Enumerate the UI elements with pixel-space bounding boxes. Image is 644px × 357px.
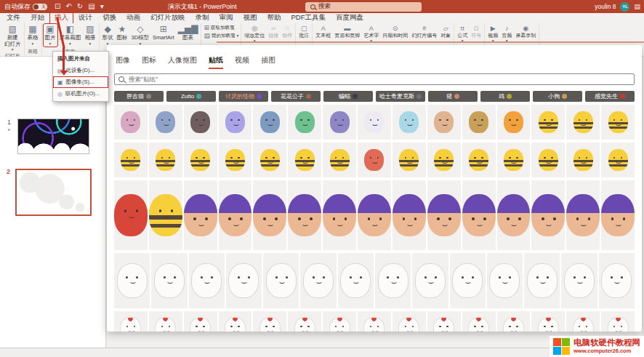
ribbon-button-页眉和页脚[interactable]: ▬页眉和页脚 xyxy=(333,24,361,39)
purple-monster-smiling-sticker[interactable] xyxy=(219,180,252,250)
dialog-tab-图标[interactable]: 图标 xyxy=(142,55,156,69)
ribbon-button-视频[interactable]: ▶视频▾ xyxy=(486,24,499,44)
ribbon-button-音频[interactable]: ♪音频▾ xyxy=(500,24,513,44)
dialog-tab-人像抠图[interactable]: 人像抠图 xyxy=(168,55,197,69)
bee-laughing-sticker[interactable] xyxy=(253,143,286,177)
dialog-tab-视频[interactable]: 视频 xyxy=(235,55,249,69)
bee-shrugging-sticker[interactable] xyxy=(427,143,461,177)
ribbon-tab-设计[interactable]: 设计 xyxy=(73,12,97,24)
chicken-santa-gift-sticker[interactable] xyxy=(288,311,321,332)
skull-and-crossbones-sticker[interactable] xyxy=(358,105,391,140)
ribbon-tab-帮助[interactable]: 帮助 xyxy=(262,12,286,24)
cat-sleeping-sticker[interactable] xyxy=(300,253,336,308)
bee-with-sign-sticker[interactable] xyxy=(462,143,496,177)
ribbon-tab-录制[interactable]: 录制 xyxy=(190,12,214,24)
bee-surprised-sticker[interactable] xyxy=(393,143,426,177)
slide-1-thumbnail[interactable] xyxy=(17,119,89,154)
bees-fighting-sticker[interactable] xyxy=(566,105,600,140)
pirate-ship-sticker[interactable] xyxy=(323,105,356,140)
chicken-santa-sticker[interactable] xyxy=(149,311,182,332)
chicken-happy-sticker[interactable] xyxy=(427,311,461,332)
sword-sticker[interactable] xyxy=(393,105,426,140)
sticker-search-input[interactable] xyxy=(127,75,630,84)
spyglass-sticker[interactable] xyxy=(427,105,461,140)
ribbon-tab-审阅[interactable]: 审阅 xyxy=(214,12,238,24)
category-pill-哈士奇麦克斯[interactable]: 哈士奇麦克斯 xyxy=(376,91,425,102)
touch-mode-icon[interactable]: ▤ xyxy=(88,0,94,13)
category-pill-感觉先生[interactable]: 感觉先生 xyxy=(585,91,635,102)
ribbon-button-日期和时间[interactable]: ⊙日期和时间 xyxy=(381,24,409,39)
ribbon-button-SmartArt[interactable]: ⊞SmartArt xyxy=(151,24,176,42)
bees-fencing-sticker[interactable] xyxy=(566,143,600,177)
parrot-sticker[interactable] xyxy=(288,105,321,140)
cat-flowers-sticker[interactable] xyxy=(487,253,523,308)
save-icon[interactable]: ⊡ xyxy=(55,0,60,13)
undo-icon[interactable]: ↶ xyxy=(65,0,71,13)
ribbon-button-新建幻灯片[interactable]: ▧新建 幻灯片▾ xyxy=(3,24,23,52)
bee-with-flower-sticker[interactable] xyxy=(323,143,356,177)
category-pill-猪[interactable]: 猪 xyxy=(428,91,478,102)
ribbon-button-表格[interactable]: ▦表格▾ xyxy=(26,24,40,47)
chicken-pecking-sticker[interactable] xyxy=(393,311,426,332)
ribbon-tab-切换[interactable]: 切换 xyxy=(97,12,121,24)
ribbon-button-我的加载项[interactable]: ▤我的加载项▾ xyxy=(203,32,239,39)
ribbon-tab-动画[interactable]: 动画 xyxy=(121,12,145,24)
bee-rocker-sticker[interactable] xyxy=(531,143,565,177)
cat-skeleton-sticker[interactable] xyxy=(226,253,262,308)
cat-couple-sticker[interactable] xyxy=(263,253,299,308)
dialog-tab-图像[interactable]: 图像 xyxy=(116,55,130,69)
category-pill-蝙蝠[interactable]: 蝙蝠 xyxy=(323,91,373,102)
purple-monsters-hugging-sticker[interactable] xyxy=(358,180,391,250)
ribbon-button-屏幕录制[interactable]: ◉屏幕录制 xyxy=(514,24,537,39)
ribbon-tab-文件[interactable]: 文件 xyxy=(1,12,25,24)
purple-monster-music-sticker[interactable] xyxy=(566,180,600,250)
ribbon-button-缩放定位[interactable]: ◎缩放定位▾ xyxy=(243,24,266,44)
ribbon-button-图表[interactable]: ▂▅▇图表 xyxy=(177,24,200,42)
ribbon-button-3D模型[interactable]: ◇3D模型▾ xyxy=(130,24,151,47)
bee-dancing-sticker[interactable] xyxy=(184,143,217,177)
bee-location-pin-sticker[interactable] xyxy=(358,143,391,177)
category-pill-小狗[interactable]: 小狗 xyxy=(533,91,582,102)
purple-monster-girl-sticker[interactable] xyxy=(323,180,356,250)
chicken-waving-sticker[interactable] xyxy=(114,311,148,332)
ribbon-button-获取加载项[interactable]: ⊞获取加载项 xyxy=(203,24,235,31)
ribbon-button-艺术字[interactable]: A艺术字▾ xyxy=(362,24,380,44)
ribbon-button-公式[interactable]: π公式▾ xyxy=(456,24,469,44)
bee-pointing-sticker[interactable] xyxy=(114,143,148,177)
cat-surprised-sticker[interactable] xyxy=(450,253,486,308)
menu-item-联机图片(O)...[interactable]: ◎联机图片(O)... xyxy=(53,88,108,100)
bee-thumbs-up-sticker[interactable] xyxy=(288,143,321,177)
cat-computer-sticker[interactable] xyxy=(114,253,150,308)
purple-monster-dancing-sticker[interactable] xyxy=(253,180,286,250)
anchor-sticker[interactable] xyxy=(114,105,148,140)
chicken-pair-sticker[interactable] xyxy=(462,311,496,332)
chicken-in-love-sticker[interactable] xyxy=(601,311,635,332)
ribbon-tab-视图[interactable]: 视图 xyxy=(238,12,262,24)
purple-monster-crown-sticker[interactable] xyxy=(427,180,461,250)
chicken-jumping-sticker[interactable] xyxy=(566,311,600,332)
ribbon-display-options-icon[interactable]: ▤ xyxy=(634,3,640,10)
menu-item-图像集(S)...[interactable]: ▣图像集(S)... xyxy=(53,76,108,88)
chicken-angry-sticker[interactable] xyxy=(531,311,565,332)
purple-monster-tennis-sticker[interactable] xyxy=(601,180,635,250)
purple-monster-waving-sticker[interactable] xyxy=(184,180,217,250)
sticker-search-box[interactable] xyxy=(114,73,635,85)
bees-high-five-pair-sticker[interactable] xyxy=(219,143,252,177)
dialog-tab-贴纸[interactable]: 贴纸 xyxy=(209,55,223,69)
pirate-flag-sticker[interactable] xyxy=(184,105,217,140)
purple-monster-pointing-sticker[interactable] xyxy=(462,180,496,250)
cat-writing-sticker[interactable] xyxy=(599,253,635,308)
angry-bee-flames-sticker[interactable] xyxy=(497,105,531,140)
chicken-singing-sticker[interactable] xyxy=(323,311,356,332)
bee-with-glasses-sticker[interactable] xyxy=(149,180,182,250)
bee-honeycomb-sticker[interactable] xyxy=(531,105,565,140)
purple-monster-jumping-sticker[interactable] xyxy=(288,180,321,250)
peg-leg-pirate-sticker[interactable] xyxy=(253,105,286,140)
stop-sign-bee-sticker[interactable] xyxy=(114,180,148,250)
ribbon-tab-开始[interactable]: 开始 xyxy=(25,12,49,24)
cat-tea-sticker[interactable] xyxy=(189,253,225,308)
category-pill-鸡[interactable]: 鸡 xyxy=(480,91,530,102)
ribbon-tab-PDF工具集[interactable]: PDF工具集 xyxy=(286,12,331,24)
ribbon-button-图标[interactable]: ★图标 xyxy=(116,24,129,42)
ribbon-button-幻灯片编号[interactable]: #幻灯片编号 xyxy=(410,24,438,39)
